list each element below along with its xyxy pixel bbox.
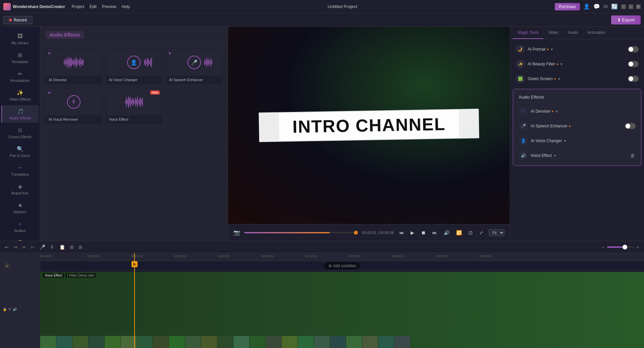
track-volume-icon[interactable]: 🔊 <box>13 307 17 311</box>
cut-button[interactable]: ✂ <box>21 244 28 250</box>
screenshot-button[interactable]: 📋 <box>58 244 66 250</box>
sidebar-item-video-effects[interactable]: ✨ Video Effects <box>1 86 39 104</box>
close-button[interactable]: ✕ <box>636 4 641 9</box>
trim-button[interactable]: ⊢ <box>30 244 36 250</box>
sidebar-item-cursor-effects[interactable]: ⊙ Cursor Effects <box>1 124 39 141</box>
tab-animation[interactable]: Animation <box>583 27 610 39</box>
volume-button[interactable]: 🔊 <box>442 229 451 236</box>
track-lock-icon[interactable]: 🔒 <box>3 307 7 311</box>
video-background: INTRO CHANNEL <box>228 27 510 224</box>
zoom-out-button[interactable]: − <box>600 244 606 250</box>
card-ai-speech-enhancer[interactable]: ♥ 🎤 AI Speech Enhancer <box>166 49 222 84</box>
magic-row-ai-beauty[interactable]: ✨ AI Beauty Filter ♥ ▼ <box>513 57 641 71</box>
frame-thumbnails <box>40 336 644 348</box>
magic-row-ai-speech-s[interactable]: 🎤 AI Speech Enhancer ♥ <box>516 119 638 133</box>
vocal-remover-circle: 🎙 <box>67 95 80 109</box>
mark-6: 00:04:20 <box>305 254 317 258</box>
track-eye-icon[interactable]: 👁 <box>8 307 11 311</box>
frame-5 <box>105 336 121 348</box>
card-ai-denoise[interactable]: ♥ AI Denoise <box>46 49 102 84</box>
sidebar-item-transitions[interactable]: ↔ Transitions <box>1 162 39 179</box>
card-ai-vocal-remover[interactable]: ♥ 🎙 AI Vocal Remover <box>46 88 102 124</box>
group-button[interactable]: ⊞ <box>77 244 84 250</box>
card-ai-voice-changer[interactable]: 👤 AI Voice Changer <box>106 49 162 84</box>
play-button[interactable]: ▶ <box>409 229 416 236</box>
menu-edit[interactable]: Edit <box>90 4 97 9</box>
magic-row-voice-effect-s[interactable]: 🔊 Voice Effect ▼ 🗑 <box>516 148 638 163</box>
loop-button[interactable]: 🔁 <box>455 229 463 236</box>
record-dot <box>9 19 12 21</box>
fast-forward-button[interactable]: ⏭ <box>431 229 438 236</box>
redo-button[interactable]: ↪ <box>12 244 19 250</box>
magic-row-ai-portrait[interactable]: 🤳 AI Portrait ♥ ▼ <box>513 42 641 57</box>
sidebar-item-audio-effects[interactable]: 🎵 Audio Effects <box>1 105 39 123</box>
transitions-icon: ↔ <box>17 164 23 171</box>
ai-voice-s-icon: 👤 <box>519 136 528 146</box>
sidebar-item-my-library[interactable]: 🖼 My Library <box>1 30 39 48</box>
progress-bar[interactable] <box>244 232 358 233</box>
fit-select[interactable]: Fit <box>489 229 504 236</box>
menu-preview[interactable]: Preview <box>102 4 116 9</box>
card-voice-effect[interactable]: New Voice Effect <box>106 88 162 124</box>
toggle-ai-portrait[interactable] <box>628 46 639 52</box>
mail-icon[interactable]: ✉ <box>603 3 608 10</box>
new-badge-voice: New <box>150 91 160 95</box>
magic-row-ai-denoise-s[interactable]: 〰 AI Denoise ♥ ▼ <box>516 104 638 119</box>
sidebar-item-stickers[interactable]: ★ Stickers <box>1 199 39 217</box>
add-subtitles-button[interactable]: ⊕ Add subtitles <box>324 262 360 270</box>
sidebar-item-brand-kits[interactable]: ◈ Brand Kits <box>1 180 39 198</box>
maximize-button[interactable]: □ <box>629 4 633 9</box>
sidebar-item-pan-zoom[interactable]: 🔍 Pan & Zoom <box>1 143 39 160</box>
ai-voice-s-label: AI Voice Changer ▼ <box>531 138 636 143</box>
undo-button[interactable]: ↩ <box>3 244 10 250</box>
toggle-ai-beauty[interactable] <box>628 61 639 67</box>
tab-audio[interactable]: Audio <box>563 27 583 39</box>
logo: Wondershare DemoCreator <box>3 3 65 10</box>
timeline: ↩ ↪ ✂ ⊢ 🎤 🎙 📋 ⊠ ⊞ − + + 🔒 <box>0 241 644 348</box>
fullscreen-button[interactable]: ⤢ <box>478 229 485 236</box>
zoom-in-button[interactable]: + <box>635 244 641 250</box>
menu-help[interactable]: Help <box>122 4 130 9</box>
stop-button[interactable]: ⏹ <box>420 229 427 236</box>
ai-portrait-label: AI Portrait ♥ ▼ <box>528 47 625 52</box>
crop-button[interactable]: ⊡ <box>467 229 474 236</box>
camera-icon[interactable]: 📷 <box>233 229 240 236</box>
delete-voice-effect-button[interactable]: 🗑 <box>630 152 636 159</box>
voice-record-button[interactable]: 🎙 <box>49 244 56 250</box>
heart-icon-speech: ♥ <box>168 51 171 56</box>
sidebar-item-annotations[interactable]: ✏ Annotations <box>1 68 39 85</box>
export-button[interactable]: ⬆ Export <box>611 15 641 24</box>
record-button[interactable]: Record <box>3 16 33 24</box>
rewind-button[interactable]: ⏮ <box>398 229 405 236</box>
waveform-denoise <box>49 56 99 69</box>
subtitle-label: + <box>0 261 40 271</box>
waveform-speech <box>197 56 219 69</box>
frame-14 <box>250 336 266 348</box>
video-track[interactable]: Voice Effect | Video Demo.mkv <box>40 272 644 348</box>
magic-row-ai-voice-s[interactable]: 👤 AI Voice Changer ▼ <box>516 133 638 148</box>
sidebar-item-templates[interactable]: ⊞ Templates <box>1 49 39 66</box>
tab-video[interactable]: Video <box>543 27 563 39</box>
sidebar-label-stickers: Stickers <box>13 210 26 214</box>
update-icon[interactable]: 🔄 <box>611 3 618 10</box>
frame-3 <box>72 336 89 348</box>
chat-icon[interactable]: 💬 <box>593 3 600 10</box>
sidebar-item-audios[interactable]: ♪ Audios <box>1 218 39 235</box>
menu-project[interactable]: Project <box>72 4 84 9</box>
magic-row-green-screen[interactable]: 🟩 Green Screen ♥ ▼ <box>513 71 641 86</box>
dropdown-green: ▼ <box>557 77 561 81</box>
current-time: 00:00:01 <box>362 231 376 235</box>
zoom-bar[interactable] <box>607 246 634 248</box>
toggle-green-screen[interactable] <box>628 76 639 82</box>
timeline-labels: + 🔒 👁 🔊 <box>0 253 40 348</box>
minimize-button[interactable]: ─ <box>621 4 626 9</box>
sidebar-item-effects-packs[interactable]: 📦 Effects Packs <box>1 237 39 241</box>
split-button[interactable]: ⊠ <box>68 244 75 250</box>
toggle-ai-speech-s[interactable] <box>625 123 636 129</box>
user-icon[interactable]: 👤 <box>583 3 590 10</box>
pro-badge-portrait: ♥ <box>547 48 549 51</box>
mic-button[interactable]: 🎤 <box>38 244 47 250</box>
purchase-button[interactable]: Purchase <box>555 3 580 10</box>
add-track-button[interactable]: + <box>4 263 10 269</box>
tab-magic-tools[interactable]: Magic Tools <box>513 27 543 39</box>
